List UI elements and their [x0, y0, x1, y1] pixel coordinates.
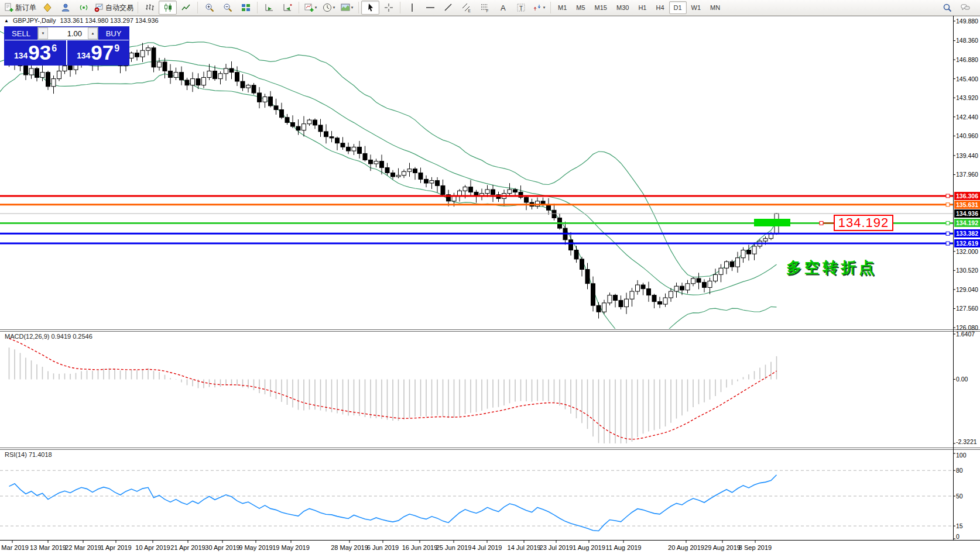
- autotrade-button[interactable]: 自动交易: [92, 1, 135, 15]
- timeframe-d1-button[interactable]: D1: [669, 1, 687, 14]
- candlestick-chart-button[interactable]: [159, 1, 177, 15]
- buy-price-prefix: 134: [77, 51, 90, 60]
- timeframe-h4-button[interactable]: H4: [651, 1, 669, 14]
- price-callout[interactable]: 134.192: [834, 215, 893, 231]
- toolbar-separator: [400, 2, 400, 13]
- toolbar-separator: [138, 2, 138, 13]
- search-button[interactable]: [938, 1, 956, 15]
- profile-icon: [61, 3, 70, 12]
- vertical-line-icon: [407, 3, 417, 12]
- volume-increase-button[interactable]: ▲: [88, 27, 98, 39]
- trade-panel-top-row: SELL ▼ 1.00 ▲ BUY: [5, 27, 129, 40]
- sell-button[interactable]: SELL: [5, 27, 37, 40]
- crosshair-icon: [384, 3, 393, 12]
- timeframe-m15-button[interactable]: M15: [590, 1, 612, 14]
- cursor-icon: [366, 3, 375, 12]
- equidistant-channel-button[interactable]: E: [457, 1, 475, 15]
- sell-price-big: 93: [28, 42, 51, 64]
- svg-text:T: T: [519, 5, 523, 12]
- toolbar: 新订单自动交易▾▾▾EFAT▾M1M5M15M30H1H4D1W1MN: [0, 0, 980, 16]
- signals-button[interactable]: [74, 1, 92, 15]
- market-watch-icon: [43, 3, 52, 12]
- auto-scroll-button[interactable]: [260, 1, 278, 15]
- toolbar-right-group: [938, 1, 974, 15]
- price-callout-text: 134.192: [838, 215, 889, 230]
- timeframe-mn-button[interactable]: MN: [705, 1, 725, 14]
- zoom-out-icon: [223, 3, 232, 12]
- fibonacci-button[interactable]: F: [475, 1, 494, 15]
- zoom-in-icon: [205, 3, 214, 12]
- sell-price-sup: 6: [52, 43, 57, 54]
- chart-shift-button[interactable]: [278, 1, 296, 15]
- timeframe-w1-button[interactable]: W1: [687, 1, 706, 14]
- indicators-button[interactable]: ▾: [301, 1, 320, 15]
- toolbar-separator: [299, 2, 299, 13]
- crosshair-button[interactable]: [379, 1, 398, 15]
- svg-text:E: E: [468, 9, 471, 13]
- templates-icon: [341, 3, 350, 12]
- timeframe-m30-button[interactable]: M30: [612, 1, 633, 14]
- chart-title: ▲ GBPJPY-,Daily 133.361 134.980 133.297 …: [4, 17, 159, 24]
- time-axis[interactable]: [0, 540, 953, 554]
- text-button[interactable]: A: [494, 1, 512, 15]
- sell-price[interactable]: 134936: [5, 40, 66, 65]
- horizontal-line-button[interactable]: [421, 1, 439, 15]
- arrows-button[interactable]: ▾: [530, 1, 548, 15]
- new-order-label: 新订单: [15, 3, 36, 13]
- indicators-icon: [304, 3, 314, 12]
- bar-chart-button[interactable]: [141, 1, 159, 15]
- text-label-icon: T: [516, 3, 526, 12]
- candlestick-chart-icon: [163, 3, 173, 12]
- timeframe-m1-button[interactable]: M1: [553, 1, 571, 14]
- toolbar-separator: [197, 2, 198, 13]
- highlight-rectangle[interactable]: [754, 219, 790, 226]
- timeframe-m5-button[interactable]: M5: [571, 1, 590, 14]
- buy-price-big: 97: [91, 42, 114, 64]
- volume-decrease-button[interactable]: ▼: [38, 27, 48, 39]
- macd-indicator-label: MACD(12,26,9) 0.9419 0.2546: [5, 333, 92, 340]
- fibonacci-icon: F: [480, 3, 489, 12]
- collapse-icon[interactable]: ▲: [4, 18, 9, 23]
- buy-price-sup: 9: [114, 43, 119, 54]
- zoom-in-button[interactable]: [200, 1, 218, 15]
- text-icon: A: [498, 3, 508, 12]
- toolbar-separator: [550, 2, 551, 13]
- buy-button[interactable]: BUY: [98, 27, 129, 40]
- trendline-icon: [444, 3, 453, 12]
- toolbar-separator: [358, 2, 359, 13]
- dropdown-icon: ▾: [543, 5, 546, 10]
- buy-price[interactable]: 134979: [66, 40, 129, 65]
- zoom-out-button[interactable]: [218, 1, 237, 15]
- trendline-button[interactable]: [439, 1, 457, 15]
- profile-button[interactable]: [56, 1, 74, 15]
- line-chart-button[interactable]: [177, 1, 195, 15]
- market-watch-button[interactable]: [38, 1, 56, 15]
- autotrade-icon: [94, 3, 104, 12]
- search-icon: [943, 3, 952, 12]
- new-order-button[interactable]: 新订单: [2, 1, 38, 15]
- dropdown-icon: ▾: [351, 5, 354, 10]
- vertical-line-button[interactable]: [403, 1, 421, 15]
- chat-icon: [961, 3, 970, 12]
- chat-button[interactable]: [956, 1, 974, 15]
- volume-stepper: ▼ 1.00 ▲: [37, 27, 98, 40]
- rsi-indicator-label: RSI(14) 71.4018: [5, 451, 52, 458]
- tile-windows-icon: [241, 3, 251, 12]
- text-label-button[interactable]: T: [512, 1, 530, 15]
- svg-text:F: F: [486, 9, 488, 13]
- ohlc-label: 133.361 134.980 133.297 134.936: [60, 17, 158, 24]
- turning-point-note[interactable]: 多空转折点: [786, 257, 877, 278]
- cursor-button[interactable]: [361, 1, 379, 15]
- templates-button[interactable]: ▾: [338, 1, 356, 15]
- equidistant-channel-icon: E: [462, 3, 471, 12]
- symbol-label: GBPJPY-,Daily: [13, 17, 56, 24]
- periods-button[interactable]: ▾: [320, 1, 338, 15]
- toolbar-separator: [257, 2, 258, 13]
- volume-input[interactable]: 1.00: [48, 27, 88, 39]
- chart-shift-icon: [283, 3, 292, 12]
- tile-windows-button[interactable]: [237, 1, 255, 15]
- timeframe-h1-button[interactable]: H1: [633, 1, 651, 14]
- periods-icon: [323, 3, 332, 12]
- price-axis[interactable]: [953, 16, 980, 540]
- trade-panel-prices: 134936 134979: [5, 40, 129, 65]
